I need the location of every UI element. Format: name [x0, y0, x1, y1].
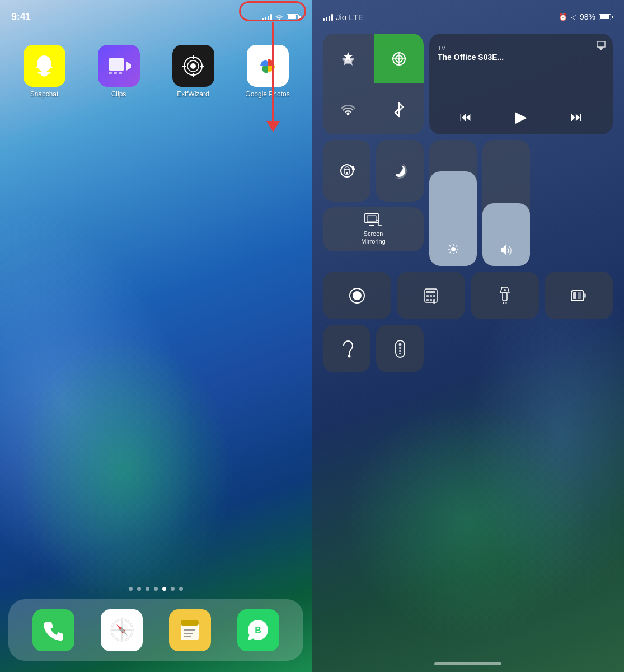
- svg-point-57: [504, 289, 506, 291]
- rewind-button[interactable]: ⏮: [459, 110, 472, 124]
- status-bar-right: Jio LTE ⏰ ◁ 98%: [312, 0, 624, 28]
- home-screen-background: [0, 0, 312, 672]
- moon-icon: [392, 163, 408, 179]
- svg-rect-15: [181, 620, 199, 626]
- home-indicator: [434, 662, 501, 665]
- svg-rect-67: [399, 353, 401, 354]
- cellular-button[interactable]: [374, 34, 424, 83]
- svg-point-25: [346, 112, 349, 115]
- screen-mirroring-label: ScreenMirroring: [361, 230, 385, 246]
- dock-notes[interactable]: [169, 609, 211, 651]
- svg-rect-52: [430, 299, 432, 301]
- brightness-icon: [448, 244, 459, 255]
- right-battery-icon: [599, 14, 613, 20]
- safari-icon: [110, 618, 134, 642]
- play-button[interactable]: ▶: [515, 108, 527, 126]
- svg-line-42: [449, 252, 451, 254]
- svg-marker-43: [501, 245, 506, 255]
- dot-6: [171, 587, 175, 591]
- brightness-slider[interactable]: [429, 140, 477, 266]
- exif-label: ExifWizard: [177, 90, 209, 98]
- screen-record-icon: [349, 287, 365, 304]
- svg-point-45: [353, 291, 362, 300]
- alarm-icon: ⏰: [559, 13, 567, 21]
- notes-icon: [177, 618, 202, 642]
- svg-rect-48: [426, 295, 429, 297]
- calculator-icon: [424, 288, 438, 304]
- rotation-lock-icon: [339, 162, 355, 179]
- left-panel: 9:41: [0, 0, 312, 672]
- annotation-arrow-line: [272, 22, 274, 123]
- cc-row-2: ScreenMirroring: [323, 140, 613, 266]
- dock-whatsapp-business[interactable]: B: [237, 609, 279, 651]
- whatsapp-business-icon: B: [246, 618, 270, 642]
- screen-mirroring-icon: [364, 213, 382, 226]
- volume-slider[interactable]: [482, 140, 530, 266]
- svg-rect-3: [114, 72, 117, 74]
- clips-icon-bg: [98, 45, 140, 87]
- svg-point-34: [451, 247, 456, 251]
- carrier-info: Jio LTE: [323, 12, 364, 22]
- svg-point-7: [190, 63, 196, 69]
- fast-forward-button[interactable]: ⏭: [570, 110, 583, 124]
- app-snapchat[interactable]: Snapchat: [11, 45, 77, 98]
- cc-row-1: TV The Office S03E... ⏮ ▶ ⏭: [323, 34, 613, 134]
- airplay-icon[interactable]: [596, 40, 606, 53]
- do-not-disturb-button[interactable]: [376, 140, 424, 202]
- remote-icon: [395, 340, 405, 358]
- flashlight-button[interactable]: [471, 272, 539, 319]
- media-title-text: The Office S03E...: [438, 53, 604, 62]
- dock: B: [8, 599, 303, 661]
- location-icon: ◁: [571, 13, 576, 21]
- flashlight-icon: [499, 287, 511, 304]
- dot-1: [129, 587, 133, 591]
- volume-icon: [500, 245, 513, 255]
- cc-small-row: [323, 140, 424, 202]
- snapchat-ghost-icon: [30, 52, 58, 80]
- annotation-arrow-head: [266, 121, 280, 132]
- dock-safari[interactable]: [101, 609, 143, 651]
- calculator-button[interactable]: [397, 272, 465, 319]
- media-song-info: TV The Office S03E...: [438, 45, 604, 62]
- svg-rect-66: [399, 350, 401, 352]
- battery-percent: 98%: [580, 12, 595, 21]
- svg-rect-49: [430, 295, 432, 297]
- wifi-control-icon: [341, 104, 355, 116]
- apple-tv-remote-button[interactable]: [376, 325, 424, 372]
- app-grid: Snapchat Clips: [11, 45, 301, 98]
- page-dots: [0, 587, 312, 591]
- screen-mirroring-button[interactable]: ScreenMirroring: [323, 207, 424, 251]
- dock-phone[interactable]: [32, 609, 74, 651]
- annotation-circle: [239, 1, 306, 21]
- wifi-button[interactable]: [323, 85, 373, 134]
- svg-rect-59: [584, 293, 586, 298]
- svg-rect-53: [433, 299, 435, 304]
- svg-point-64: [398, 343, 401, 346]
- airplane-mode-button[interactable]: [323, 34, 373, 83]
- app-clips[interactable]: Clips: [86, 45, 152, 98]
- app-exifwizard[interactable]: ExifWizard: [160, 45, 226, 98]
- control-center-container: TV The Office S03E... ⏮ ▶ ⏭: [323, 34, 613, 372]
- exif-camera-icon: [179, 52, 207, 80]
- svg-point-56: [503, 302, 506, 304]
- carrier-name: Jio LTE: [336, 12, 364, 22]
- media-player: TV The Office S03E... ⏮ ▶ ⏭: [429, 34, 613, 134]
- bluetooth-button[interactable]: [374, 85, 424, 134]
- svg-line-40: [456, 252, 457, 254]
- google-photos-label: Google Photos: [245, 90, 289, 98]
- exif-icon-bg: [172, 45, 214, 87]
- screen-record-button[interactable]: [323, 272, 391, 319]
- snapchat-label: Snapchat: [30, 90, 59, 98]
- cellular-data-icon: [391, 50, 407, 67]
- phone-icon: [41, 618, 66, 642]
- hearing-button[interactable]: [323, 325, 370, 372]
- bluetooth-icon: [393, 102, 405, 118]
- clips-video-icon: [106, 54, 131, 78]
- app-google-photos[interactable]: Google Photos: [234, 45, 301, 98]
- battery-widget-button[interactable]: [545, 272, 613, 319]
- hearing-icon: [339, 340, 355, 358]
- svg-point-62: [348, 354, 350, 357]
- svg-rect-47: [426, 291, 435, 293]
- rotation-lock-button[interactable]: [323, 140, 370, 202]
- dot-4: [154, 587, 158, 591]
